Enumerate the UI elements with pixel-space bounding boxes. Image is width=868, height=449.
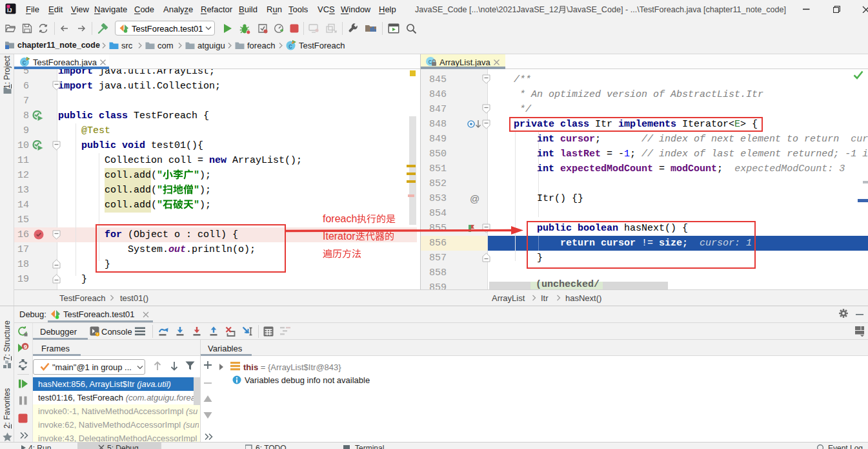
svg-text:9: 9 (24, 343, 27, 350)
svg-text:c: c (429, 59, 432, 66)
svg-text:c: c (288, 43, 292, 50)
svg-text:IJ: IJ (7, 7, 12, 14)
svg-text:c: c (23, 59, 26, 67)
